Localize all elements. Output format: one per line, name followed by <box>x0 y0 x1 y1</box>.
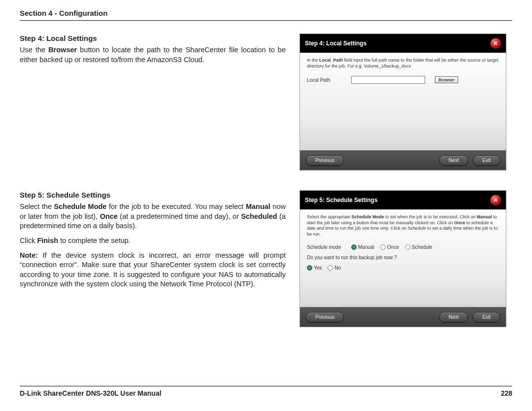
step4-text: Step 4: Local Settings Use the Browser b… <box>20 34 286 171</box>
run-now-question: Do you want to run this backup job now ? <box>307 255 499 260</box>
manual-name: D-Link ShareCenter DNS-320L User Manual <box>20 389 162 397</box>
radio-yes-input[interactable] <box>307 265 312 271</box>
step4-body: Use the Browser button to locate the pat… <box>20 45 286 65</box>
wizard4-footer: Previous Next Exit <box>300 150 506 170</box>
wizard-step4: Step 4: Local Settings ✕ In the Local_Pa… <box>299 34 506 171</box>
foot-right: Next Exit <box>439 312 500 322</box>
previous-button[interactable]: Previous <box>306 312 344 322</box>
step4-screenshot: Step 4: Local Settings ✕ In the Local_Pa… <box>299 34 512 171</box>
text: Manual <box>358 244 374 250</box>
radio-manual[interactable]: Manual <box>351 244 374 250</box>
previous-button[interactable]: Previous <box>306 155 344 166</box>
text: Schedule Mode <box>352 214 384 219</box>
close-icon[interactable]: ✕ <box>490 195 501 206</box>
text: In the <box>307 58 319 63</box>
wizard5-title: Step 5: Schedule Settings <box>305 197 377 204</box>
wizard-step5: Step 5: Schedule Settings ✕ Select the a… <box>299 190 506 327</box>
step5-row: Step 5: Schedule Settings Select the Sch… <box>20 190 512 327</box>
step5-p1: Select the Schedule Mode for the job to … <box>20 202 286 231</box>
note-label: Note: <box>20 251 38 259</box>
text: Yes <box>314 265 322 271</box>
text: Click <box>20 237 37 244</box>
browser-button[interactable]: Browser <box>435 76 458 83</box>
wizard5-desc: Select the appropriate Schedule Mode to … <box>307 214 499 238</box>
text: Once <box>100 212 118 220</box>
text: If the device system clock is incorrect,… <box>20 251 286 288</box>
run-now-group: Yes No <box>307 265 499 271</box>
schedule-mode-group: Manual Once Schedule <box>351 244 432 250</box>
radio-yes[interactable]: Yes <box>307 265 322 271</box>
text: Select the appropriate <box>307 214 352 219</box>
text: Local_Path <box>319 58 343 63</box>
page-footer: D-Link ShareCenter DNS-320L User Manual … <box>20 386 512 397</box>
exit-button[interactable]: Exit <box>473 312 500 322</box>
local-path-row: Local Path Browser <box>307 76 499 84</box>
radio-schedule[interactable]: Schedule <box>405 244 432 250</box>
close-icon[interactable]: ✕ <box>490 38 501 49</box>
step5-title: Step 5: Schedule Settings <box>20 190 286 200</box>
wizard5-footer: Previous Next Exit <box>300 307 506 327</box>
wizard4-desc: In the Local_Path field input the full p… <box>307 58 499 69</box>
next-button[interactable]: Next <box>439 312 468 322</box>
schedule-mode-row: Schedule mode Manual Once Schedule <box>307 244 499 250</box>
text: No <box>334 265 341 271</box>
wizard4-title: Step 4: Local Settings <box>305 40 366 47</box>
text: Manual <box>246 203 270 210</box>
step4-title: Step 4: Local Settings <box>20 34 286 43</box>
text: Scheduled <box>241 212 277 220</box>
local-path-label: Local Path <box>307 77 341 83</box>
step4-row: Step 4: Local Settings Use the Browser b… <box>20 34 512 171</box>
text: for the job to be executed. You may sele… <box>106 203 245 210</box>
text: Use the <box>20 46 48 54</box>
step5-text: Step 5: Schedule Settings Select the Sch… <box>20 190 286 327</box>
step5-screenshot: Step 5: Schedule Settings ✕ Select the a… <box>299 190 512 327</box>
text: Manual <box>477 214 492 219</box>
radio-once[interactable]: Once <box>380 244 399 250</box>
local-path-input[interactable] <box>351 76 425 84</box>
text: Once <box>454 220 466 225</box>
text: to set when the job is to be executed. C… <box>384 214 477 219</box>
radio-once-input[interactable] <box>380 244 386 250</box>
browser-word: Browser <box>48 46 77 54</box>
text: Select the <box>20 203 54 210</box>
schedule-mode-label: Schedule mode <box>307 244 341 250</box>
text: Once <box>387 244 399 250</box>
radio-no-input[interactable] <box>328 265 333 271</box>
radio-no[interactable]: No <box>328 265 341 271</box>
wizard5-body: Select the appropriate Schedule Mode to … <box>300 209 506 307</box>
step5-note: Note: If the device system clock is inco… <box>20 251 286 289</box>
wizard4-header: Step 4: Local Settings ✕ <box>300 34 506 53</box>
text: to complete the setup. <box>58 237 131 244</box>
radio-schedule-input[interactable] <box>405 244 410 250</box>
next-button[interactable]: Next <box>439 155 468 166</box>
page-number: 228 <box>501 389 512 397</box>
step5-p2: Click Finish to complete the setup. <box>20 236 286 246</box>
text: Finish <box>37 237 58 244</box>
wizard5-header: Step 5: Schedule Settings ✕ <box>300 191 506 209</box>
foot-right: Next Exit <box>439 155 500 166</box>
text: Schedule Mode <box>54 203 107 210</box>
text: (at a predetermined time and day), or <box>118 212 241 220</box>
radio-manual-input[interactable] <box>351 244 357 250</box>
exit-button[interactable]: Exit <box>473 155 500 166</box>
text: Schedule <box>412 244 432 250</box>
section-header: Section 4 - Configuration <box>20 9 512 21</box>
wizard4-body: In the Local_Path field input the full p… <box>300 53 506 150</box>
